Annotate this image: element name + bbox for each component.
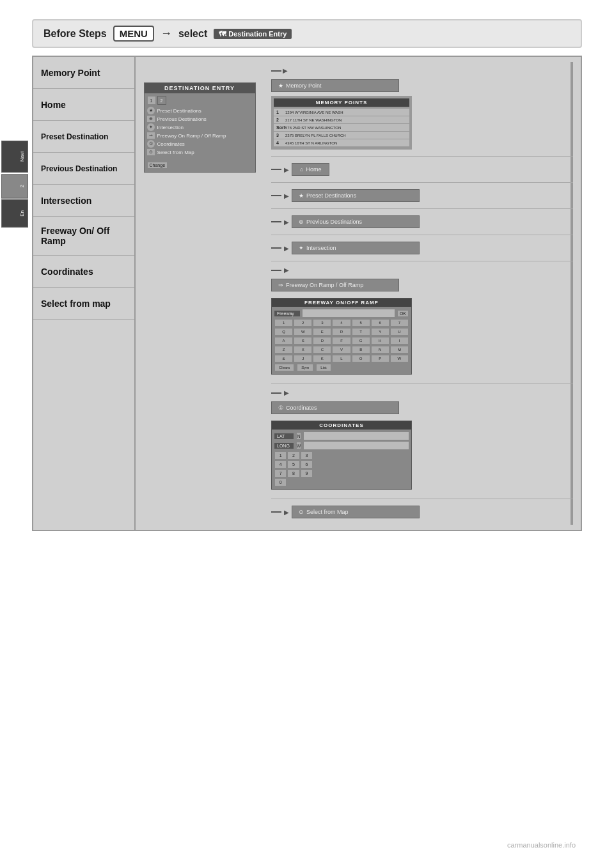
num-5[interactable]: 5 <box>287 460 299 469</box>
key-6[interactable]: 6 <box>371 319 390 327</box>
tab-icon-1[interactable]: 1 <box>147 96 156 105</box>
key-j[interactable]: J <box>294 355 312 362</box>
menu-item-coordinates[interactable]: Coordinates <box>33 256 134 288</box>
key-amp[interactable]: & <box>274 355 293 362</box>
dest-entry-title: DESTINATION ENTRY <box>145 83 255 93</box>
menu-item-intersection[interactable]: Intersection <box>33 185 134 217</box>
key-t[interactable]: T <box>352 328 370 336</box>
right-border-freeway <box>571 261 573 384</box>
tab-en[interactable]: En <box>1 199 28 228</box>
menu-item-preset-destination[interactable]: Preset Destination <box>33 121 134 153</box>
key-g[interactable]: G <box>352 337 370 345</box>
key-p[interactable]: P <box>371 355 390 362</box>
freeway-label-screen: ⇒ Freeway On Ramp / Off Ramp <box>271 279 399 291</box>
key-3[interactable]: 3 <box>313 319 331 327</box>
key-z[interactable]: Z <box>274 346 293 353</box>
coordinates-screen: COORDINATES LAT N LONG W <box>271 421 412 490</box>
key-o[interactable]: O <box>352 355 370 362</box>
dest-icon: 🗺 <box>219 30 226 38</box>
menu-item-home[interactable]: Home <box>33 89 134 121</box>
arrow-line-home <box>271 169 281 170</box>
num-4[interactable]: 4 <box>274 460 287 469</box>
btn-clears[interactable]: Clears <box>274 364 294 371</box>
change-button[interactable]: Change <box>147 162 168 169</box>
key-5[interactable]: 5 <box>352 319 370 327</box>
key-y[interactable]: Y <box>371 328 390 336</box>
key-1[interactable]: 1 <box>274 319 293 327</box>
key-i[interactable]: I <box>390 337 409 345</box>
key-r[interactable]: R <box>332 328 350 336</box>
prev-dest-label: Previous Destinations <box>306 219 362 225</box>
home-section: ▶ ⌂ Home <box>271 157 573 183</box>
key-a[interactable]: A <box>274 337 293 345</box>
coords-title: COORDINATES <box>272 421 411 430</box>
key-q[interactable]: Q <box>274 328 293 336</box>
btn-list[interactable]: List <box>316 364 331 371</box>
menu-item-memory-point[interactable]: Memory Point <box>33 57 134 89</box>
num-3[interactable]: 3 <box>301 451 313 460</box>
num-2[interactable]: 2 <box>287 451 299 460</box>
memory-points-box: MEMORY POINTS 1 1294 W VIRGINIA AVE NE W… <box>271 96 412 150</box>
menu-item-previous-destination[interactable]: Previous Destination <box>33 153 134 185</box>
key-s[interactable]: S <box>294 337 312 345</box>
num-0[interactable]: 0 <box>274 478 287 486</box>
freeway-ok-btn[interactable]: OK <box>397 310 409 317</box>
previous-dest-section: ▶ ⊕ Previous Destinations <box>271 209 573 235</box>
dest-entry-label: 🗺 Destination Entry <box>214 29 292 39</box>
key-k[interactable]: K <box>313 355 331 362</box>
num-1[interactable]: 1 <box>274 451 287 460</box>
preset-label: Preset Destinations <box>157 108 201 114</box>
key-n[interactable]: N <box>371 346 390 353</box>
key-v[interactable]: V <box>332 346 350 353</box>
tab-2[interactable]: 2 <box>1 174 28 198</box>
lon-input[interactable] <box>304 442 409 449</box>
preset-dest-icon: ★ <box>299 192 304 199</box>
lon-label: LONG <box>274 443 294 449</box>
freeway-section: ▶ ⇒ Freeway On Ramp / Off Ramp FREEWAY O… <box>271 261 573 384</box>
menu-button[interactable]: MENU <box>113 26 154 42</box>
freeway-body: Freeway OK 1 2 3 4 5 6 7 <box>272 307 411 374</box>
key-h[interactable]: H <box>371 337 390 345</box>
right-border-memory <box>571 62 573 156</box>
menu-item-freeway[interactable]: Freeway On/ Off Ramp <box>33 217 134 256</box>
dest-row-coordinates: ① Coordinates <box>147 140 253 148</box>
key-b[interactable]: B <box>352 346 370 353</box>
key-x[interactable]: X <box>294 346 312 353</box>
select-map-screen-icon: ⊙ <box>299 509 304 515</box>
btn-sym[interactable]: Sym <box>297 364 313 371</box>
menu-item-select-from-map[interactable]: Select from map <box>33 288 134 320</box>
num-8[interactable]: 8 <box>287 469 299 477</box>
key-u[interactable]: U <box>390 328 409 336</box>
home-screen: ⌂ Home <box>292 163 329 176</box>
key-7[interactable]: 7 <box>390 319 409 327</box>
key-l[interactable]: L <box>332 355 350 362</box>
key-4[interactable]: 4 <box>332 319 350 327</box>
tab-navi[interactable]: Navi <box>1 141 28 173</box>
num-6[interactable]: 6 <box>301 460 313 469</box>
lat-input[interactable] <box>304 432 409 440</box>
freeway-input-field[interactable] <box>303 309 395 317</box>
key-d[interactable]: D <box>313 337 331 345</box>
before-steps-bar: Before Steps MENU → select 🗺 Destination… <box>32 19 582 48</box>
key-c[interactable]: C <box>313 346 331 353</box>
coordinates-icon: ① <box>147 140 155 148</box>
intersection-screen-label: Intersection <box>306 245 336 251</box>
key-w[interactable]: W <box>294 328 312 336</box>
key-e[interactable]: E <box>313 328 331 336</box>
arrow-line-memory <box>271 70 281 72</box>
key-2[interactable]: 2 <box>294 319 312 327</box>
watermark: carmanualsonline.info <box>507 841 576 849</box>
num-7[interactable]: 7 <box>274 469 287 477</box>
key-grid-row4: Z X C V B N M <box>274 346 409 353</box>
key-m[interactable]: M <box>390 346 409 353</box>
left-tabs: Navi 2 En <box>1 141 28 228</box>
mem-row-3: 3 2375 BRELYN PL FALLS CHURCH <box>274 132 409 139</box>
key-f[interactable]: F <box>332 337 350 345</box>
key-grid-row5: & J K L O P W <box>274 355 409 362</box>
key-w2[interactable]: W <box>390 355 409 362</box>
arrow-icon: → <box>161 27 172 40</box>
tab-icon-2[interactable]: 2 <box>157 96 166 105</box>
dest-row-preset: ★ Preset Destinations <box>147 107 253 114</box>
select-map-label: Select from Map <box>157 150 194 155</box>
num-9[interactable]: 9 <box>301 469 313 477</box>
